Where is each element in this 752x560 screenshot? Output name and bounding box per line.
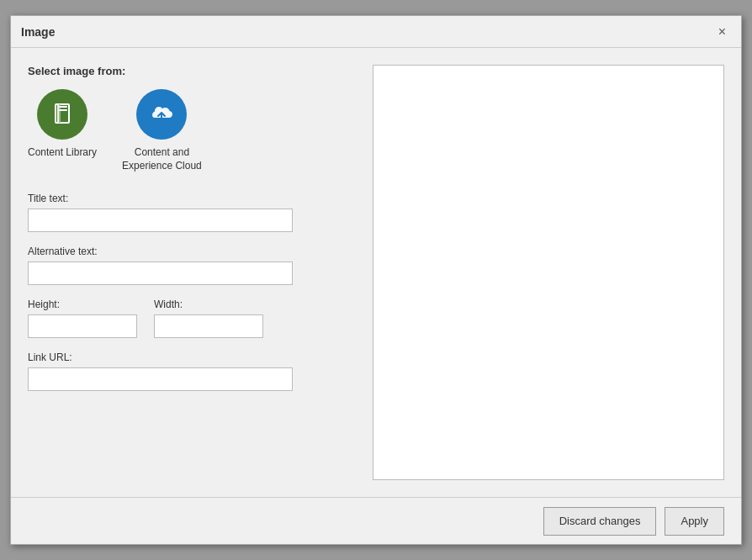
close-button[interactable]: × — [713, 24, 731, 40]
alternative-text-label: Alternative text: — [28, 246, 356, 257]
left-panel: Select image from: C — [28, 65, 356, 480]
apply-button[interactable]: Apply — [665, 507, 724, 536]
height-input[interactable] — [28, 314, 137, 338]
height-label: Height: — [28, 298, 137, 310]
content-experience-cloud-option[interactable]: Content andExperience Cloud — [122, 89, 202, 172]
image-source-options: Content Library Content andExperience Cl… — [28, 89, 356, 172]
content-experience-cloud-icon — [136, 89, 187, 140]
link-url-label: Link URL: — [28, 351, 356, 363]
title-text-label: Title text: — [28, 193, 356, 204]
dimensions-row: Height: Width: — [28, 298, 356, 338]
width-input[interactable] — [154, 314, 263, 338]
content-library-icon — [37, 89, 87, 140]
content-library-label: Content Library — [28, 146, 97, 160]
content-experience-cloud-label: Content andExperience Cloud — [122, 146, 202, 172]
width-group: Width: — [154, 298, 263, 338]
discard-changes-button[interactable]: Discard changes — [543, 507, 657, 536]
width-label: Width: — [154, 298, 263, 310]
svg-rect-4 — [59, 109, 67, 111]
dialog-footer: Discard changes Apply — [11, 497, 741, 544]
alternative-text-group: Alternative text: — [28, 246, 356, 285]
image-dialog: Image × Select image from: — [10, 15, 742, 545]
height-group: Height: — [28, 298, 137, 338]
image-preview-panel — [373, 65, 724, 480]
content-library-option[interactable]: Content Library — [28, 89, 97, 160]
dialog-body: Select image from: C — [11, 48, 741, 497]
title-text-group: Title text: — [28, 193, 356, 232]
title-text-input[interactable] — [28, 209, 293, 232]
select-image-label: Select image from: — [28, 65, 356, 77]
dialog-title: Image — [21, 25, 55, 39]
alternative-text-input[interactable] — [28, 262, 293, 285]
dialog-titlebar: Image × — [11, 16, 741, 48]
link-url-input[interactable] — [28, 367, 293, 391]
link-url-group: Link URL: — [28, 351, 356, 391]
svg-rect-3 — [59, 106, 67, 108]
